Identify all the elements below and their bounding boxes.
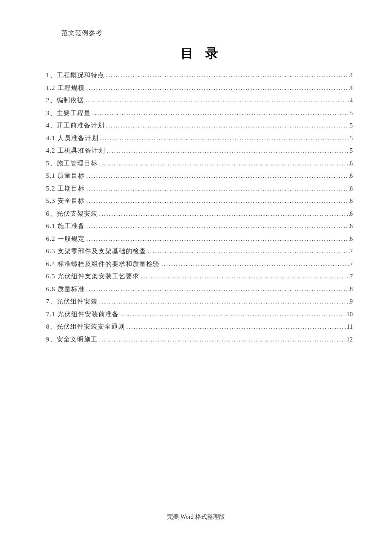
toc-entry: 9、安全文明施工 12: [46, 333, 353, 346]
toc-entry-page: 11: [347, 321, 353, 333]
footer-prefix: 完美: [167, 514, 181, 520]
toc-entry-label: 1.2 工程规模: [46, 82, 85, 95]
toc-entry-label: 2、编制依据: [46, 94, 84, 107]
toc-entry: 6.4 标准螺栓及组件的要求和质量检验 7: [46, 258, 353, 271]
toc-entry-page: 5: [350, 132, 353, 145]
toc-entry-page: 6: [350, 182, 353, 195]
footer-suffix: 格式整理版: [195, 514, 225, 520]
toc-entry-label: 6.5 光伏组件支架安装工艺要求: [46, 270, 139, 283]
toc-entry: 7、光伏组件安装 9: [46, 295, 353, 308]
toc-entry: 4.1 人员准备计划 5: [46, 132, 353, 145]
toc-entry: 5、施工管理目标 6: [46, 157, 353, 170]
toc-entry: 2、编制依据 4: [46, 94, 353, 107]
toc-leader-dots: [85, 195, 350, 208]
toc-leader-dots: [85, 233, 350, 246]
toc-entry-page: 10: [346, 308, 353, 321]
toc-entry-label: 5.2 工期目标: [46, 182, 85, 195]
toc-leader-dots: [91, 107, 350, 120]
toc-leader-dots: [105, 145, 350, 157]
toc-entry: 6.1 施工准备 6: [46, 220, 353, 233]
toc-entry: 6、光伏支架安装 6: [46, 208, 353, 220]
toc-leader-dots: [104, 119, 350, 132]
toc-leader-dots: [98, 208, 350, 220]
toc-entry: 5.2 工期目标 6: [46, 182, 353, 195]
toc-entry-label: 7、光伏组件安装: [46, 295, 98, 308]
toc-entry-label: 4.1 人员准备计划: [46, 132, 98, 145]
toc-entry-page: 6: [350, 220, 353, 233]
toc-entry-label: 6.6 质量标准: [46, 283, 85, 296]
toc-entry: 7.1 光伏组件安装前准备 10: [46, 308, 353, 321]
toc-entry-label: 3、主要工程量: [46, 107, 91, 120]
toc-entry: 4.2 工机具准备计划 5: [46, 145, 353, 157]
toc-leader-dots: [84, 94, 350, 107]
toc-entry-page: 6: [350, 208, 353, 220]
toc-entry-label: 7.1 光伏组件安装前准备: [46, 308, 119, 321]
footer-word: Word: [181, 514, 195, 520]
toc-entry: 1、工程概况和特点 4: [46, 69, 353, 82]
toc-entry-page: 6: [350, 195, 353, 208]
table-of-contents: 1、工程概况和特点 41.2 工程规模 42、编制依据 43、主要工程量 54、…: [46, 69, 353, 346]
toc-entry-page: 4: [350, 69, 353, 82]
toc-leader-dots: [139, 270, 350, 283]
toc-entry-label: 8、光伏组件安装安全通则: [46, 321, 125, 333]
toc-entry-page: 5: [350, 145, 353, 157]
toc-entry-page: 7: [350, 245, 353, 258]
toc-entry-page: 7: [350, 258, 353, 271]
toc-leader-dots: [104, 69, 350, 82]
toc-leader-dots: [98, 333, 347, 346]
toc-leader-dots: [85, 220, 350, 233]
toc-entry-label: 9、安全文明施工: [46, 333, 98, 346]
header-text: 范文范例参考: [61, 29, 353, 37]
toc-entry-page: 9: [350, 295, 353, 308]
toc-entry-label: 4.2 工机具准备计划: [46, 145, 105, 157]
toc-title: 目录: [46, 45, 353, 62]
toc-entry: 6.5 光伏组件支架安装工艺要求 7: [46, 270, 353, 283]
toc-entry-label: 6.3 支架零部件及支架基础的检查: [46, 245, 146, 258]
toc-entry: 6.3 支架零部件及支架基础的检查 7: [46, 245, 353, 258]
document-page: 范文范例参考 目录 1、工程概况和特点 41.2 工程规模 42、编制依据 43…: [0, 0, 392, 346]
toc-entry-label: 6、光伏支架安装: [46, 208, 98, 220]
toc-entry-label: 1、工程概况和特点: [46, 69, 104, 82]
toc-entry: 4、开工前准备计划 5: [46, 119, 353, 132]
toc-leader-dots: [98, 157, 350, 170]
toc-entry: 3、主要工程量 5: [46, 107, 353, 120]
toc-entry-label: 6.2 一般规定: [46, 233, 85, 246]
toc-entry-label: 6.4 标准螺栓及组件的要求和质量检验: [46, 258, 160, 271]
toc-entry-page: 12: [346, 333, 353, 346]
toc-entry-page: 7: [350, 270, 353, 283]
toc-entry-page: 6: [350, 170, 353, 182]
toc-leader-dots: [125, 321, 347, 333]
toc-entry-label: 6.1 施工准备: [46, 220, 85, 233]
toc-entry-page: 6: [350, 233, 353, 246]
toc-entry: 6.6 质量标准 8: [46, 283, 353, 296]
toc-leader-dots: [119, 308, 347, 321]
toc-leader-dots: [98, 295, 350, 308]
toc-entry-page: 6: [350, 157, 353, 170]
toc-entry-label: 5.1 质量目标: [46, 170, 85, 182]
toc-leader-dots: [98, 132, 350, 145]
toc-entry-page: 5: [350, 107, 353, 120]
toc-entry-page: 5: [350, 119, 353, 132]
toc-leader-dots: [85, 82, 350, 95]
toc-leader-dots: [85, 283, 350, 296]
toc-entry: 6.2 一般规定 6: [46, 233, 353, 246]
toc-entry-label: 5、施工管理目标: [46, 157, 98, 170]
toc-leader-dots: [146, 245, 350, 258]
footer: 完美 Word 格式整理版: [0, 513, 392, 521]
toc-entry-label: 5.3 安全目标: [46, 195, 85, 208]
toc-leader-dots: [85, 182, 350, 195]
toc-leader-dots: [160, 258, 350, 271]
toc-entry: 8、光伏组件安装安全通则 11: [46, 321, 353, 333]
toc-leader-dots: [85, 170, 350, 182]
toc-entry: 5.3 安全目标 6: [46, 195, 353, 208]
toc-entry: 5.1 质量目标 6: [46, 170, 353, 182]
toc-entry: 1.2 工程规模 4: [46, 82, 353, 95]
toc-entry-page: 4: [350, 94, 353, 107]
toc-entry-label: 4、开工前准备计划: [46, 119, 104, 132]
toc-entry-page: 4: [350, 82, 353, 95]
toc-entry-page: 8: [350, 283, 353, 296]
